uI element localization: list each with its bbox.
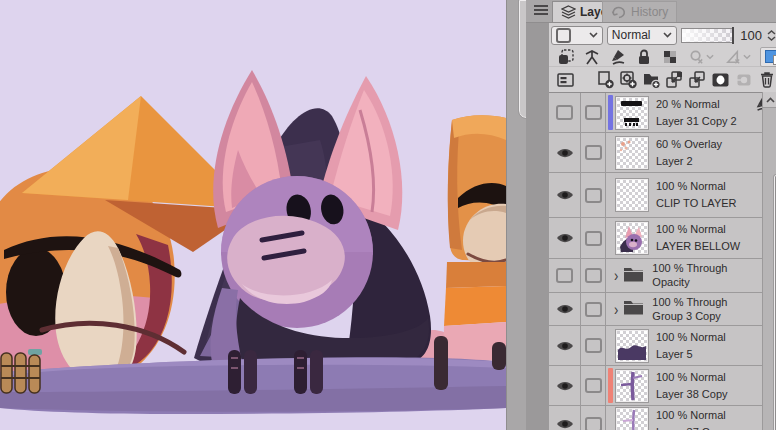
left-bird-feet [1, 349, 42, 393]
layer-name: Layer 2 [656, 155, 722, 168]
layer-row[interactable]: 100 % Normal LAYER BELLOW [549, 218, 776, 259]
layer-checkbox[interactable] [581, 406, 606, 430]
visibility-toggle[interactable] [549, 133, 581, 172]
visibility-toggle[interactable] [549, 406, 581, 430]
opacity-value: 100 [740, 28, 762, 43]
visibility-toggle[interactable] [549, 259, 581, 292]
visibility-toggle[interactable] [549, 93, 581, 132]
layer-checkbox[interactable] [581, 293, 606, 325]
chevron-down-icon [663, 32, 672, 38]
stepper-up-icon[interactable] [767, 30, 776, 35]
ruler-icon [725, 49, 742, 66]
layer-folder-row[interactable]: › 100 % Through Opacity [549, 259, 776, 293]
layer-checkbox[interactable] [581, 366, 606, 405]
layers-icon [561, 5, 576, 19]
folder-icon [623, 266, 644, 286]
layer-thumbnail[interactable] [616, 370, 648, 402]
draft-layer-icon[interactable] [608, 48, 627, 67]
layer-thumbnail[interactable] [616, 137, 648, 169]
canvas-vertical-scrollbar[interactable] [506, 0, 527, 430]
delete-layer-icon[interactable] [757, 70, 776, 89]
layer-row[interactable]: 20 % Normal Layer 31 Copy 2 [549, 93, 776, 133]
visibility-toggle[interactable] [549, 218, 581, 258]
layer-thumbnail[interactable] [616, 330, 648, 362]
enable-keyframes-icon[interactable] [582, 48, 601, 67]
layer-row[interactable]: 100 % Normal CLIP TO LAYER [549, 173, 776, 218]
clip-to-layer-below-icon[interactable] [556, 48, 575, 67]
layer-name: Opacity [652, 276, 727, 289]
layer-blend-info: 60 % Overlay [656, 138, 722, 151]
layer-row[interactable]: 100 % Normal Layer 38 Copy [549, 366, 776, 406]
eye-icon [556, 418, 574, 430]
layer-thumbnail[interactable] [616, 222, 648, 254]
hidden-layer-icon [556, 268, 573, 283]
layer-color-tag [608, 95, 613, 130]
visibility-toggle[interactable] [549, 173, 581, 217]
new-raster-layer-icon[interactable] [596, 70, 615, 89]
visibility-toggle[interactable] [549, 293, 581, 325]
layer-row[interactable]: 60 % Overlay Layer 2 [549, 133, 776, 173]
panel-menu-icon[interactable] [534, 5, 548, 17]
layer-list: 20 % Normal Layer 31 Copy 2 [549, 92, 776, 430]
merge-with-lower-layer-icon[interactable] [688, 70, 707, 89]
layer-name: Layer 5 [656, 348, 726, 361]
layer-blend-info: 100 % Normal [656, 331, 726, 344]
layer-row[interactable]: 100 % Normal Layer 5 [549, 326, 776, 366]
blend-mode-value: Normal [612, 28, 651, 42]
canvas-viewport[interactable] [0, 0, 506, 430]
layer-checkbox[interactable] [581, 259, 606, 292]
eye-icon [556, 303, 574, 315]
palette-color-filter-dropdown[interactable] [551, 26, 603, 45]
layer-checkbox[interactable] [581, 173, 606, 217]
folder-expander-icon[interactable]: › [614, 300, 618, 318]
layer-folder-row[interactable]: › 100 % Through Group 3 Copy [549, 293, 776, 326]
layer-blend-info: 100 % Normal [656, 180, 737, 193]
layer-row[interactable]: 100 % Normal Layer 37 Copy [549, 406, 776, 430]
layer-list-scrollbar[interactable] [762, 92, 776, 430]
layer-name: LAYER BELLOW [656, 240, 740, 253]
layer-checkbox[interactable] [581, 133, 606, 172]
layer-blend-info: 100 % Normal [656, 409, 728, 422]
opacity-stepper[interactable] [767, 30, 776, 41]
reference-layer-dropdown[interactable] [686, 48, 716, 67]
layer-thumbnail[interactable] [616, 179, 648, 211]
opacity-slider-handle[interactable] [732, 27, 734, 44]
layer-blend-info: 100 % Normal [656, 371, 728, 384]
ruler-dropdown[interactable] [723, 48, 753, 67]
layer-name: CLIP TO LAYER [656, 197, 737, 210]
transfer-to-lower-layer-icon[interactable] [665, 70, 684, 89]
folder-expander-icon[interactable]: › [614, 267, 618, 285]
layer-color-tag [608, 368, 613, 403]
new-layer-folder-icon[interactable] [642, 70, 661, 89]
reference-layer-icon [688, 49, 705, 66]
scroll-up-button[interactable] [763, 92, 776, 108]
layer-thumbnail[interactable] [616, 97, 648, 129]
palette-color-icon [556, 28, 571, 43]
eye-icon [556, 340, 574, 352]
layer-name: Layer 37 Copy [656, 426, 728, 430]
layer-checkbox[interactable] [581, 218, 606, 258]
layer-attribute-toolbar [549, 48, 776, 67]
opacity-slider[interactable] [681, 28, 735, 43]
visibility-toggle[interactable] [549, 366, 581, 405]
blend-mode-dropdown[interactable]: Normal [607, 26, 677, 45]
tab-history[interactable]: History [602, 1, 677, 22]
visibility-toggle[interactable] [549, 326, 581, 365]
layer-thumbnail[interactable] [616, 408, 648, 430]
layer-checkbox[interactable] [581, 93, 606, 132]
lock-transparent-pixels-icon[interactable] [660, 48, 679, 67]
layer-action-toolbar [549, 68, 776, 91]
layer-color-dropdown[interactable] [760, 47, 776, 67]
eye-icon [556, 189, 574, 201]
layer-name: Layer 31 Copy 2 [656, 115, 737, 128]
stepper-down-icon[interactable] [767, 36, 776, 41]
create-layer-mask-icon[interactable] [711, 70, 730, 89]
opacity-gradient [682, 29, 734, 42]
palette-options-icon[interactable] [556, 70, 575, 89]
new-layer-dialog-icon[interactable] [619, 70, 638, 89]
folder-icon [623, 299, 644, 319]
layer-checkbox[interactable] [581, 326, 606, 365]
lock-layer-icon[interactable] [634, 48, 653, 67]
chevron-down-icon [589, 32, 598, 38]
layer-color-icon [760, 47, 776, 67]
